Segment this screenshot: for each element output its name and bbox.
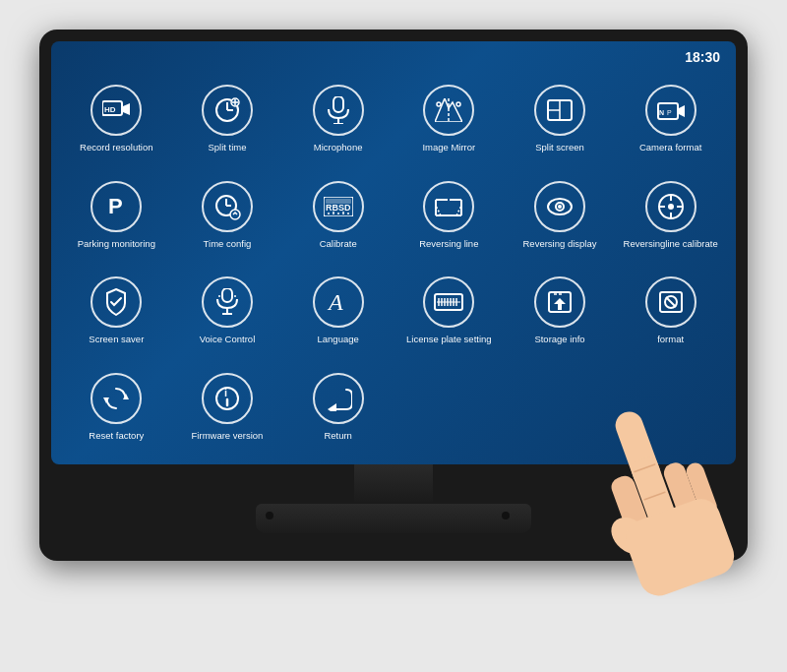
storage-info-icon: [534, 276, 585, 328]
svg-point-15: [456, 102, 460, 106]
split-screen-label: Split screen: [535, 142, 584, 153]
reversing-line-label: Reversing line: [419, 238, 478, 249]
svg-text:P: P: [667, 109, 672, 116]
split-time-icon: [202, 85, 253, 136]
return-icon: [313, 373, 364, 424]
voice-control-icon: [202, 276, 253, 328]
svg-rect-52: [222, 288, 232, 302]
menu-item-split-screen[interactable]: Split screen: [505, 71, 616, 167]
license-plate-label: License plate setting: [406, 334, 492, 344]
menu-item-microphone[interactable]: Microphone: [282, 71, 394, 167]
menu-item-record-resolution[interactable]: HD Record resolution: [61, 71, 172, 167]
svg-rect-9: [333, 96, 343, 112]
reversingline-calibrate-icon: [645, 181, 696, 232]
language-label: Language: [318, 334, 359, 344]
stand-neck: [354, 464, 433, 504]
time-display: 18:30: [685, 49, 720, 65]
license-plate-icon: [423, 276, 474, 328]
menu-item-parking-monitoring[interactable]: P Parking monitoring: [61, 167, 172, 264]
screen-saver-icon: [91, 276, 142, 328]
svg-point-51: [668, 204, 674, 210]
menu-item-image-mirror[interactable]: Image Mirror: [394, 71, 505, 167]
svg-line-73: [666, 297, 676, 307]
camera-format-label: Camera format: [639, 142, 701, 153]
menu-item-split-time[interactable]: Split time: [172, 71, 283, 167]
menu-item-reversingline-calibrate[interactable]: Reversingline calibrate: [615, 167, 726, 264]
menu-item-reversing-display[interactable]: Reversing display: [505, 167, 616, 264]
screen-saver-label: Screen saver: [89, 334, 144, 344]
svg-text:HD: HD: [104, 105, 116, 114]
menu-item-language[interactable]: A Language: [282, 263, 394, 359]
split-time-label: Split time: [208, 142, 246, 153]
menu-item-format[interactable]: format: [615, 263, 726, 359]
stand-base: [256, 504, 531, 533]
image-mirror-icon: [423, 85, 474, 136]
microphone-label: Microphone: [314, 142, 363, 153]
menu-item-reversing-line[interactable]: Reversing line: [394, 167, 505, 264]
calibrate-icon: RBSD: [313, 181, 364, 232]
microphone-icon: [313, 85, 364, 136]
reversing-line-icon: [423, 181, 474, 232]
record-resolution-label: Record resolution: [80, 142, 152, 153]
reversingline-calibrate-label: Reversingline calibrate: [624, 238, 718, 249]
parking-monitoring-icon: P: [91, 181, 142, 232]
time-config-icon: [202, 181, 253, 232]
svg-text:i: i: [224, 387, 227, 398]
menu-item-calibrate[interactable]: RBSD Calibrate: [282, 167, 394, 264]
hand-overlay: [561, 397, 757, 613]
svg-rect-30: [326, 199, 351, 204]
svg-point-45: [558, 205, 562, 209]
reset-factory-icon: [91, 373, 142, 424]
camera-format-icon: N P: [645, 85, 696, 136]
record-resolution-icon: HD: [91, 85, 142, 136]
format-icon: [645, 276, 696, 328]
menu-item-voice-control[interactable]: Voice Control: [172, 263, 283, 359]
time-config-label: Time config: [204, 238, 252, 249]
parking-monitoring-label: Parking monitoring: [78, 238, 155, 249]
return-label: Return: [324, 430, 352, 441]
svg-text:P: P: [108, 194, 123, 218]
storage-info-label: Storage info: [534, 334, 584, 344]
svg-marker-20: [679, 105, 685, 117]
menu-item-storage-info[interactable]: Storage info: [505, 263, 616, 359]
menu-item-screen-saver[interactable]: Screen saver: [61, 263, 172, 359]
reset-factory-label: Reset factory: [89, 430, 144, 441]
svg-marker-79: [328, 403, 336, 411]
menu-item-license-plate[interactable]: License plate setting: [394, 263, 505, 359]
svg-text:A: A: [327, 289, 343, 315]
svg-text:RBSD: RBSD: [326, 203, 351, 213]
svg-marker-68: [554, 298, 566, 310]
firmware-version-label: Firmware version: [192, 430, 264, 441]
menu-item-reset-factory[interactable]: Reset factory: [61, 359, 172, 456]
calibrate-label: Calibrate: [320, 238, 357, 249]
menu-item-camera-format[interactable]: N P Camera format: [615, 71, 726, 167]
reversing-display-icon: [534, 181, 585, 232]
menu-item-firmware-version[interactable]: i Firmware version: [172, 359, 283, 456]
empty-cell-1: [394, 359, 505, 456]
svg-text:N: N: [659, 109, 664, 116]
format-label: format: [657, 334, 684, 344]
svg-point-27: [230, 210, 240, 219]
voice-control-label: Voice Control: [200, 334, 256, 344]
split-screen-icon: [534, 85, 585, 136]
image-mirror-label: Image Mirror: [422, 142, 475, 153]
svg-point-14: [437, 102, 441, 106]
svg-marker-2: [123, 103, 130, 115]
menu-item-return[interactable]: Return: [282, 359, 394, 456]
reversing-display-label: Reversing display: [523, 238, 597, 249]
language-icon: A: [313, 276, 364, 328]
menu-item-time-config[interactable]: Time config: [172, 167, 283, 264]
firmware-version-icon: i: [202, 373, 253, 424]
